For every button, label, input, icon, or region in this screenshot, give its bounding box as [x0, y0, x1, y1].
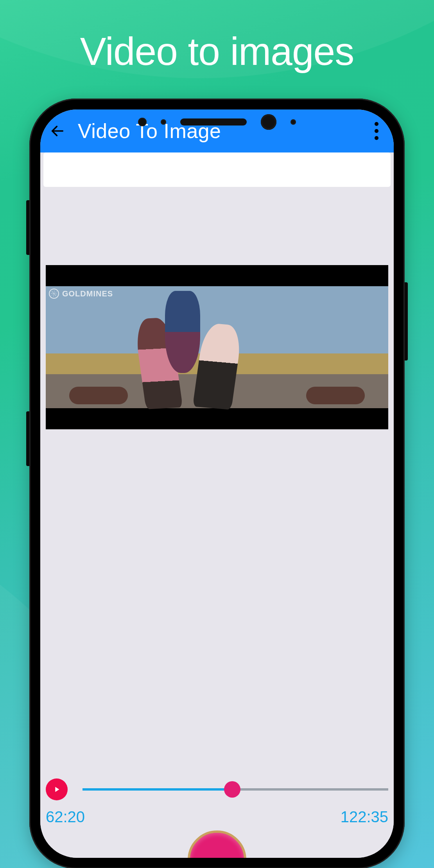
player-controls: 62:20 122:35 [46, 778, 388, 826]
seek-slider[interactable] [82, 778, 388, 800]
marketing-background: Video to images Video To Image [0, 0, 434, 868]
blank-strip [43, 152, 391, 187]
capture-button[interactable] [188, 830, 246, 858]
seek-thumb[interactable] [224, 781, 240, 798]
video-preview[interactable]: GOLDMINES [46, 265, 388, 429]
marketing-headline: Video to images [0, 0, 434, 74]
play-icon [52, 785, 61, 794]
video-watermark: GOLDMINES [49, 289, 113, 299]
total-time: 122:35 [341, 808, 388, 826]
play-button[interactable] [46, 778, 68, 800]
content-area: GOLDMINES [40, 187, 394, 858]
watermark-text: GOLDMINES [62, 289, 113, 298]
seek-times: 62:20 122:35 [46, 808, 388, 826]
phone-sensors [29, 114, 405, 130]
seek-progress [82, 788, 232, 791]
current-time: 62:20 [46, 808, 85, 826]
phone-mockup: Video To Image GOLDMINES [29, 99, 405, 868]
phone-screen: Video To Image GOLDMINES [40, 109, 394, 858]
watermark-logo-icon [49, 289, 59, 299]
video-content: GOLDMINES [46, 286, 388, 408]
